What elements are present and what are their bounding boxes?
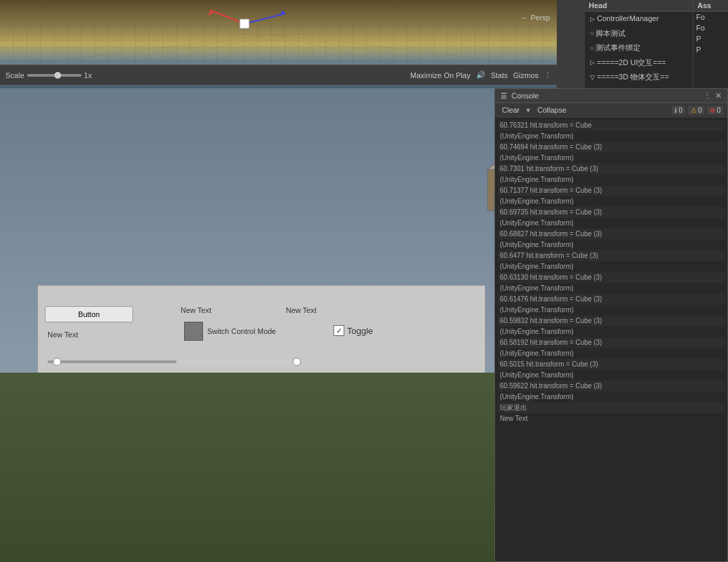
game-view: Button New Text New Text New Text Switch… xyxy=(0,88,494,562)
console-log-line: 60.7301 hit.transform = Cube (3) xyxy=(498,164,725,174)
assets-panel: Ass Fo Fo P P xyxy=(693,0,728,88)
new-text-1: New Text xyxy=(48,331,78,339)
maximize-btn[interactable]: Maximize On Play xyxy=(410,71,471,79)
assets-item-2[interactable]: P xyxy=(693,33,728,44)
console-panel: ☰ Console ⋮ ✕ Clear ▾ Collapse ℹ 0 ⚠ 0 ⊗… xyxy=(494,88,728,562)
bottom-btn-2[interactable]: Button xyxy=(202,529,256,562)
console-log-line: (UnityEngine.Transform) xyxy=(498,348,725,359)
hierarchy-panel: Head ▷ ControllerManager ○ 脚本测试 ○ 测试事件绑定… xyxy=(584,0,693,88)
warn-badge: ⚠ 0 xyxy=(688,106,705,115)
slider-2[interactable] xyxy=(177,360,306,363)
info-badge: ℹ 0 xyxy=(672,106,685,115)
assets-item-3[interactable]: P xyxy=(693,44,728,55)
assets-item-1[interactable]: Fo xyxy=(693,22,728,33)
clear-dropdown-icon[interactable]: ▾ xyxy=(526,106,530,115)
console-log-line: 玩家退出 xyxy=(498,402,725,413)
console-log-area[interactable]: 60.76321 hit.transform = Cube(UnityEngin… xyxy=(495,117,727,561)
hierarchy-item-controllermanager[interactable]: ▷ ControllerManager xyxy=(585,12,693,26)
scale-control: Scale 1x xyxy=(5,71,92,79)
hierarchy-item-2dui[interactable]: ▷ =====2D UI交互=== xyxy=(585,56,693,71)
svg-line-14 xyxy=(244,14,285,24)
bottom-buttons-container: Button Button Button Button xyxy=(143,529,373,562)
scale-value: 1x xyxy=(84,71,92,79)
console-log-line: 60.63130 hit.transform = Cube (3) xyxy=(498,272,725,283)
hierarchy-title: Head xyxy=(589,1,607,10)
switch-container: Switch Control Mode xyxy=(184,321,320,341)
console-titlebar: ☰ Console ⋮ ✕ xyxy=(495,89,727,103)
console-log-line: 60.68827 hit.transform = Cube (3) xyxy=(498,229,725,240)
slider-1[interactable] xyxy=(48,360,177,363)
console-log-line: (UnityEngine.Transform) xyxy=(498,153,725,164)
console-menu-icon[interactable]: ⋮ xyxy=(704,92,711,100)
assets-title: Ass xyxy=(697,1,711,10)
console-log-line: New Text xyxy=(498,413,725,424)
console-log-line: 60.59832 hit.transform = Cube (3) xyxy=(498,316,725,326)
console-log-line: (UnityEngine.Transform) xyxy=(498,261,725,272)
toggle-label: Toggle xyxy=(347,326,373,336)
scale-label: Scale xyxy=(5,71,24,79)
new-text-2: New Text xyxy=(181,306,211,314)
console-log-line: (UnityEngine.Transform) xyxy=(498,218,725,229)
console-log-line: 60.71377 hit.transform = Cube (3) xyxy=(498,185,725,196)
svg-marker-18 xyxy=(488,153,494,170)
console-title: Console xyxy=(511,92,539,100)
clear-button[interactable]: Clear xyxy=(499,105,522,115)
audio-icon[interactable]: 🔊 xyxy=(476,71,486,79)
toggle-check[interactable]: ✓ xyxy=(333,325,344,336)
bottom-btn-3[interactable]: Button xyxy=(260,529,314,562)
info-icon: ℹ xyxy=(674,107,677,114)
drag-onhere-button[interactable]: DragMe OnHere xyxy=(330,391,398,436)
console-log-line: (UnityEngine.Transform) xyxy=(498,196,725,207)
assets-header: Ass xyxy=(693,0,728,12)
console-log-line: (UnityEngine.Transform) xyxy=(498,370,725,381)
assets-item-0[interactable]: Fo xyxy=(693,12,728,22)
console-log-line: (UnityEngine.Transform) xyxy=(498,305,725,316)
console-close-btn[interactable]: ✕ xyxy=(715,91,722,100)
scene-toolbar: Scale 1x Maximize On Play 🔊 Stats Gizmos… xyxy=(0,64,557,85)
drag-anywhere-button[interactable]: Drag Me Anywhere xyxy=(204,391,272,436)
console-log-line: (UnityEngine.Transform) xyxy=(498,283,725,294)
toggle-container[interactable]: ✓ Toggle xyxy=(333,325,373,336)
console-toolbar: Clear ▾ Collapse ℹ 0 ⚠ 0 ⊗ 0 xyxy=(495,103,727,117)
console-icon: ☰ xyxy=(500,92,507,100)
switch-label: Switch Control Mode xyxy=(207,327,276,335)
error-badge: ⊗ 0 xyxy=(707,106,723,115)
stats-btn[interactable]: Stats xyxy=(491,71,508,79)
console-log-line: (UnityEngine.Transform) xyxy=(498,240,725,250)
new-text-3: New Text xyxy=(286,306,316,314)
console-log-line: (UnityEngine.Transform) xyxy=(498,131,725,142)
toolbar-right: Maximize On Play 🔊 Stats Gizmos ⋮ xyxy=(410,71,551,79)
error-icon: ⊗ xyxy=(710,107,715,114)
hierarchy-header: Head xyxy=(585,0,693,12)
console-log-line: 60.6477 hit.transform = Cube (3) xyxy=(498,250,725,261)
console-log-line: 60.61476 hit.transform = Cube (3) xyxy=(498,294,725,305)
warn-icon: ⚠ xyxy=(691,107,697,114)
hierarchy-item-test[interactable]: ○ 测试事件绑定 xyxy=(585,41,693,56)
console-log-line: 60.58192 hit.transform = Cube (3) xyxy=(498,337,725,348)
scale-slider[interactable] xyxy=(27,74,81,77)
switch-image xyxy=(184,322,203,341)
main-button[interactable]: Button xyxy=(45,306,133,322)
console-log-line: 60.76321 hit.transform = Cube xyxy=(498,120,725,131)
svg-rect-16 xyxy=(240,19,249,29)
console-log-line: 60.74694 hit.transform = Cube (3) xyxy=(498,142,725,153)
persp-label: ← Persp xyxy=(521,14,550,22)
console-log-line: (UnityEngine.Transform) xyxy=(498,326,725,337)
console-log-line: (UnityEngine.Transform) xyxy=(498,174,725,185)
ui-canvas: Button New Text New Text New Text Switch… xyxy=(37,285,486,562)
hierarchy-item-script[interactable]: ○ 脚本测试 xyxy=(585,26,693,41)
bottom-btn-1[interactable]: Button xyxy=(143,529,198,562)
bottom-btn-4[interactable]: Button xyxy=(318,529,373,562)
more-btn[interactable]: ⋮ xyxy=(544,71,551,79)
gizmos-btn[interactable]: Gizmos xyxy=(513,71,539,79)
hierarchy-item-3dinteract[interactable]: ▽ =====3D 物体交互== xyxy=(585,70,693,85)
console-log-line: 60.5015 hit.transform = Cube (3) xyxy=(498,359,725,370)
console-log-line: 60.59622 hit.transform = Cube (3) xyxy=(498,381,725,392)
console-log-line: (UnityEngine.Transform) xyxy=(498,392,725,402)
collapse-button[interactable]: Collapse xyxy=(534,105,569,115)
console-log-line: 60.69735 hit.transform = Cube (3) xyxy=(498,207,725,218)
